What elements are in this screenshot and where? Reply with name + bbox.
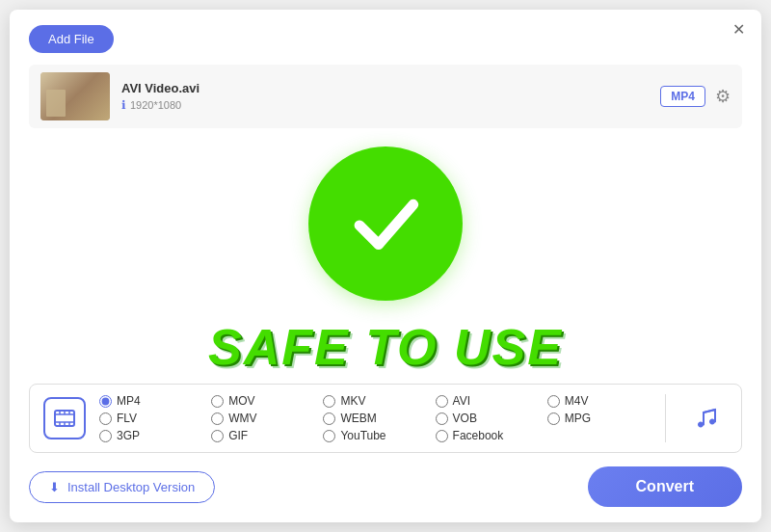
format-selection-area: MP4 MOV MKV AVI M4V FLV WMV WEBM bbox=[29, 384, 742, 453]
format-option-vob[interactable]: VOB bbox=[436, 412, 544, 425]
format-option-webm[interactable]: WEBM bbox=[323, 412, 431, 425]
format-option-mpg[interactable]: MPG bbox=[547, 412, 655, 425]
file-info: AVI Video.avi ℹ 1920*1080 bbox=[121, 81, 660, 112]
file-name: AVI Video.avi bbox=[121, 81, 660, 95]
format-option-mp4[interactable]: MP4 bbox=[99, 394, 207, 408]
action-row: ⬇ Install Desktop Version Convert bbox=[29, 466, 742, 507]
safe-to-use-text: SAFE TO USE bbox=[208, 318, 563, 376]
info-icon: ℹ bbox=[121, 98, 126, 112]
format-option-wmv[interactable]: WMV bbox=[211, 412, 319, 425]
file-meta: ℹ 1920*1080 bbox=[121, 98, 660, 112]
top-bar: Add File bbox=[29, 25, 742, 53]
format-option-flv[interactable]: FLV bbox=[99, 412, 207, 425]
checkmark-icon bbox=[342, 180, 429, 267]
format-option-m4v[interactable]: M4V bbox=[547, 394, 655, 408]
video-format-icon[interactable] bbox=[43, 397, 86, 439]
format-grid: MP4 MOV MKV AVI M4V FLV WMV WEBM bbox=[99, 394, 655, 442]
film-icon bbox=[53, 407, 76, 430]
file-thumbnail bbox=[40, 72, 110, 120]
file-actions: MP4 ⚙ bbox=[660, 86, 731, 107]
file-resolution: 1920*1080 bbox=[130, 99, 181, 111]
format-option-3gp[interactable]: 3GP bbox=[99, 429, 207, 442]
divider bbox=[665, 394, 666, 442]
music-note-icon bbox=[694, 406, 719, 431]
format-option-facebook[interactable]: Facebook bbox=[436, 429, 544, 442]
add-file-button[interactable]: Add File bbox=[29, 25, 114, 53]
format-option-avi[interactable]: AVI bbox=[436, 394, 544, 408]
audio-format-icon[interactable] bbox=[685, 397, 728, 439]
convert-button[interactable]: Convert bbox=[588, 466, 742, 507]
format-option-mov[interactable]: MOV bbox=[211, 394, 319, 408]
settings-button[interactable]: ⚙ bbox=[715, 86, 731, 107]
format-option-gif[interactable]: GIF bbox=[211, 429, 319, 442]
download-icon: ⬇ bbox=[49, 480, 60, 494]
format-option-mkv[interactable]: MKV bbox=[323, 394, 431, 408]
main-window: ✕ Add File AVI Video.avi ℹ 1920*1080 MP4… bbox=[10, 10, 761, 522]
file-row: AVI Video.avi ℹ 1920*1080 MP4 ⚙ bbox=[29, 65, 742, 128]
checkmark-circle bbox=[308, 146, 463, 301]
format-badge[interactable]: MP4 bbox=[660, 86, 705, 107]
install-desktop-button[interactable]: ⬇ Install Desktop Version bbox=[29, 471, 215, 503]
format-option-youtube[interactable]: YouTube bbox=[323, 429, 431, 442]
close-button[interactable]: ✕ bbox=[729, 19, 748, 39]
center-area: SAFE TO USE bbox=[29, 138, 742, 384]
